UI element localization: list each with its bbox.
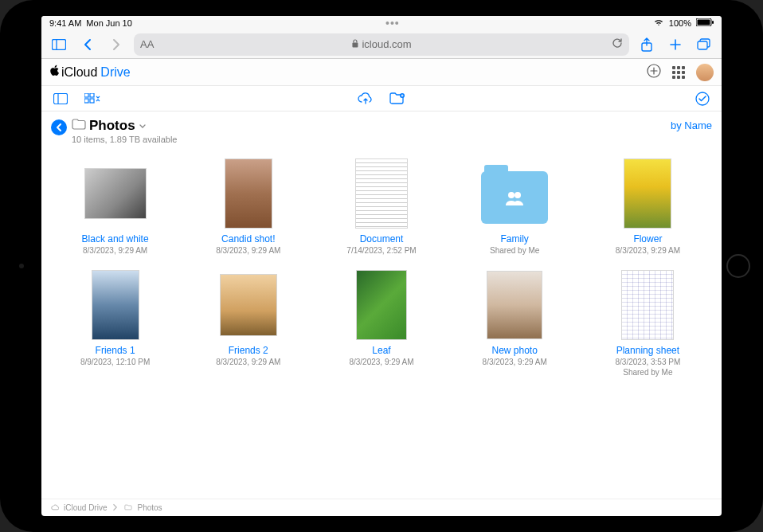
forward-button [105, 33, 127, 56]
icloud-header: iCloud Drive [41, 59, 722, 86]
folder-item[interactable]: Family Shared by Me [452, 158, 577, 256]
wifi-icon [653, 18, 664, 28]
breadcrumb-current[interactable]: Photos [137, 503, 162, 512]
status-bar: 9:41 AM Mon Jun 10 ••• 100% [41, 16, 722, 30]
file-name: Document [360, 233, 404, 244]
svg-rect-2 [712, 21, 714, 24]
folder-thumbnail [481, 171, 548, 224]
status-time: 9:41 AM [49, 18, 81, 28]
back-button[interactable] [76, 33, 99, 56]
file-meta: 8/3/2023, 9:29 AM [216, 245, 280, 256]
file-name: Friends 2 [229, 345, 268, 356]
file-name: Family [501, 233, 529, 244]
share-button[interactable] [636, 33, 658, 56]
apps-grid-icon[interactable] [672, 66, 685, 79]
file-item[interactable]: Leaf 8/3/2023, 9:29 AM [319, 270, 444, 377]
svg-rect-5 [352, 43, 358, 48]
file-meta: 8/3/2023, 9:29 AM [216, 357, 280, 367]
file-item[interactable]: Candid shot! 8/3/2023, 9:29 AM [186, 158, 311, 256]
new-tab-button[interactable] [664, 33, 687, 56]
drive-toolbar [41, 86, 722, 111]
chevron-right-icon [112, 503, 119, 513]
file-name: Friends 1 [96, 345, 135, 356]
back-circle-button[interactable] [51, 119, 67, 135]
file-meta2: Shared by Me [623, 367, 672, 377]
sidebar-icon[interactable] [51, 89, 70, 108]
folder-title[interactable]: Photos [89, 118, 135, 134]
add-button[interactable] [647, 64, 661, 81]
multitask-dots[interactable]: ••• [385, 17, 400, 29]
thumbnail [84, 168, 147, 219]
file-meta: Shared by Me [490, 245, 539, 256]
chevron-down-icon[interactable] [139, 119, 147, 133]
file-item[interactable]: Planning sheet 8/3/2023, 3:53 PM Shared … [585, 270, 710, 377]
svg-rect-1 [697, 20, 710, 25]
file-meta: 8/3/2023, 9:29 AM [349, 357, 413, 367]
apple-icon [49, 65, 60, 80]
url-text: icloud.com [362, 38, 411, 50]
file-item[interactable]: Document 7/14/2023, 2:52 PM [319, 158, 444, 256]
thumbnail [225, 158, 272, 229]
svg-point-19 [515, 192, 521, 198]
file-meta: 7/14/2023, 2:52 PM [346, 245, 416, 256]
icloud-logo[interactable]: iCloud Drive [49, 65, 131, 80]
file-name: Flower [633, 233, 662, 244]
thumbnail [220, 274, 277, 336]
svg-rect-8 [698, 41, 707, 49]
file-name: Planning sheet [616, 345, 679, 356]
file-name: Leaf [372, 345, 390, 356]
svg-rect-3 [53, 39, 66, 49]
folder-header: Photos 10 items, 1.89 TB available by Na… [41, 111, 722, 147]
tabs-button[interactable] [693, 33, 715, 56]
text-size-icon[interactable]: AA [140, 38, 154, 50]
screen: 9:41 AM Mon Jun 10 ••• 100% [41, 16, 722, 516]
svg-rect-15 [90, 99, 94, 103]
thumbnail [624, 158, 671, 229]
svg-rect-13 [90, 93, 94, 97]
folder-icon [124, 503, 132, 513]
ipad-frame: 9:41 AM Mon Jun 10 ••• 100% [0, 0, 763, 532]
file-meta: 8/3/2023, 9:29 AM [616, 245, 680, 256]
thumbnail [355, 158, 408, 229]
folder-subtitle: 10 items, 1.89 TB available [72, 135, 177, 144]
file-name: Black and white [82, 233, 149, 244]
reload-icon[interactable] [612, 37, 623, 51]
file-item[interactable]: Friends 2 8/3/2023, 9:29 AM [186, 270, 311, 377]
file-name: New photo [492, 345, 538, 356]
file-meta: 8/9/2023, 12:10 PM [80, 357, 150, 367]
battery-icon [696, 18, 714, 28]
file-item[interactable]: Friends 1 8/9/2023, 12:10 PM [53, 270, 178, 377]
svg-point-18 [508, 192, 515, 198]
thumbnail [356, 270, 407, 340]
sidebar-toggle-button[interactable] [48, 33, 70, 56]
thumbnail [621, 270, 674, 340]
sort-button[interactable]: by Name [671, 119, 712, 131]
svg-rect-10 [54, 93, 68, 104]
svg-rect-12 [84, 93, 88, 97]
thumbnail [92, 270, 139, 340]
cloud-icon [51, 503, 59, 513]
thumbnail [487, 271, 542, 339]
file-item[interactable]: Flower 8/3/2023, 9:29 AM [585, 158, 710, 256]
file-meta: 8/3/2023, 9:29 AM [83, 245, 147, 256]
upload-icon[interactable] [356, 89, 375, 108]
home-button[interactable] [726, 254, 750, 278]
file-grid: Black and white 8/3/2023, 9:29 AM Candid… [41, 147, 722, 499]
file-name: Candid shot! [221, 233, 275, 244]
file-item[interactable]: New photo 8/3/2023, 9:29 AM [452, 270, 577, 377]
url-bar[interactable]: AA icloud.com [134, 33, 629, 56]
file-meta: 8/3/2023, 9:29 AM [483, 357, 547, 367]
camera-dot [19, 264, 24, 268]
folder-icon [72, 119, 86, 133]
brand-prefix: iCloud [61, 65, 97, 80]
lock-icon [351, 38, 358, 50]
new-folder-icon[interactable] [388, 89, 407, 108]
avatar[interactable] [696, 64, 714, 81]
breadcrumb: iCloud Drive Photos [41, 499, 722, 516]
view-options-icon[interactable] [83, 89, 102, 108]
safari-toolbar: AA icloud.com [41, 30, 722, 59]
file-meta: 8/3/2023, 3:53 PM [616, 357, 681, 367]
file-item[interactable]: Black and white 8/3/2023, 9:29 AM [53, 158, 178, 256]
breadcrumb-root[interactable]: iCloud Drive [64, 503, 107, 512]
select-icon[interactable] [693, 89, 712, 108]
